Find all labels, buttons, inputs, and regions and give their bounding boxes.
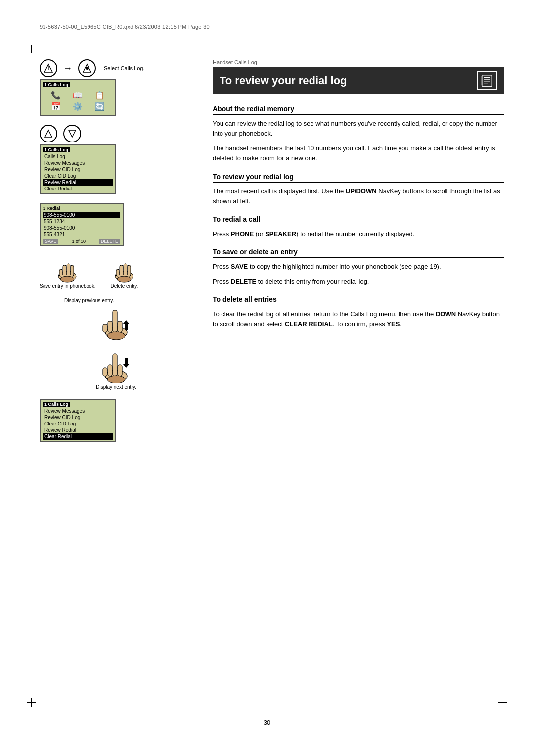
svg-rect-27 bbox=[118, 365, 122, 376]
menu-row-review-cid: Review CID Log bbox=[43, 166, 113, 173]
svg-rect-25 bbox=[113, 354, 117, 376]
icon-phonebook: 📞 bbox=[46, 91, 66, 100]
page-number: 30 bbox=[264, 719, 270, 726]
down-bold: DOWN bbox=[436, 310, 456, 318]
svg-point-23 bbox=[107, 332, 125, 340]
svg-point-3 bbox=[86, 67, 89, 70]
menu2-row-clear-redial-selected: Clear Redial bbox=[43, 433, 113, 440]
delete-bold: DELETE bbox=[231, 278, 256, 285]
svg-point-17 bbox=[117, 276, 131, 282]
menu2-row-review-messages: Review CID Log bbox=[43, 414, 113, 421]
right-column-content: Handset Calls Log To review your redial … bbox=[213, 59, 504, 334]
reg-mark-top-right bbox=[498, 45, 507, 53]
diagram-nav-down: Display next entry. bbox=[40, 349, 193, 390]
icon-calendar: 📅 bbox=[46, 102, 66, 111]
speaker-bold: SPEAKER bbox=[265, 230, 296, 237]
page-title: To review your redial log bbox=[220, 74, 477, 87]
heading-delete-all: To delete all entries bbox=[213, 295, 504, 305]
svg-rect-7 bbox=[63, 265, 66, 276]
diagram-menu-clear-redial: 1 Calls Log Review Messages Review CID L… bbox=[40, 399, 193, 442]
delete-hand-label: Delete entry. bbox=[110, 284, 138, 289]
delete-hand-icon bbox=[111, 255, 138, 283]
save-hand-block: Save entry in phonebook. bbox=[40, 255, 95, 289]
save-hand-icon bbox=[54, 255, 81, 283]
phone-icon-2 bbox=[78, 59, 96, 77]
phone-icon-1 bbox=[40, 59, 57, 77]
svg-point-29 bbox=[107, 376, 125, 383]
notebook-icon bbox=[480, 74, 494, 88]
reg-mark-bottom-left bbox=[27, 698, 36, 707]
arrow-icon: → bbox=[63, 63, 72, 74]
display-prev-label: Display previous entry. bbox=[64, 298, 193, 303]
svg-rect-21 bbox=[118, 321, 122, 332]
heading-redial-call: To redial a call bbox=[213, 215, 504, 225]
save-hand-label: Save entry in phonebook. bbox=[40, 284, 95, 289]
svg-rect-22 bbox=[103, 324, 107, 332]
svg-rect-14 bbox=[124, 264, 127, 276]
reg-mark-bottom-right bbox=[498, 698, 507, 707]
heading-about-redial: About the redial memory bbox=[213, 105, 504, 115]
svg-rect-19 bbox=[113, 310, 117, 332]
svg-rect-13 bbox=[120, 265, 123, 276]
svg-marker-5 bbox=[69, 130, 76, 137]
about-redial-p1: You can review the redial log to see wha… bbox=[213, 119, 504, 139]
svg-rect-30 bbox=[482, 75, 492, 86]
svg-rect-10 bbox=[59, 269, 62, 276]
delete-button-label: DELETE bbox=[99, 239, 120, 244]
heading-review-redial: To review your redial log bbox=[213, 173, 504, 183]
page-title-block: To review your redial log bbox=[213, 67, 504, 94]
title-icon-block bbox=[477, 71, 497, 90]
redial-call-p1: Press PHONE (or SPEAKER) to redial the n… bbox=[213, 229, 504, 239]
nav-up-icon bbox=[99, 305, 134, 340]
redial-entry-4: 555-4321 bbox=[43, 231, 120, 237]
diagram-menu-review-redial: 1 Calls Log Calls Log Review Messages Re… bbox=[40, 125, 193, 194]
nav-circle-down bbox=[63, 125, 81, 142]
delete-all-p1: To clear the redial log of all entries, … bbox=[213, 309, 504, 329]
lcd-menu-clear-redial: 1 Calls Log Review Messages Review CID L… bbox=[40, 399, 116, 442]
diagram-hands: Save entry in phonebook. Delete entry. bbox=[40, 255, 193, 289]
diagram-redial-screen: 1 Redial 908-555-0100 555-1234 908-555-0… bbox=[40, 203, 193, 246]
svg-rect-15 bbox=[128, 265, 131, 276]
menu-row-calls-log: Calls Log bbox=[43, 153, 113, 160]
select-calls-log-label: Select Calls Log. bbox=[104, 65, 145, 71]
menu2-row-calls-log: Review Messages bbox=[43, 408, 113, 414]
svg-rect-16 bbox=[116, 269, 119, 276]
handset-label: Handset Calls Log bbox=[213, 59, 504, 65]
save-bold: SAVE bbox=[231, 263, 248, 270]
save-delete-p1: Press SAVE to copy the highlighted numbe… bbox=[213, 262, 504, 272]
lcd-calls-log-screen-1: 1 Calls Log 📞 📖 📋 📅 ⚙️ 🔄 bbox=[40, 79, 116, 116]
diagram-select-calls-log: → Select Calls Log. 1 Calls Log 📞 📖 bbox=[40, 59, 193, 116]
svg-rect-9 bbox=[71, 265, 74, 276]
delete-hand-block: Delete entry. bbox=[110, 255, 138, 289]
icon-settings: ⚙️ bbox=[68, 102, 88, 111]
redial-entry-1: 908-555-0100 bbox=[43, 212, 120, 218]
svg-rect-20 bbox=[108, 321, 112, 332]
updown-bold: UP/DOWN bbox=[346, 188, 377, 195]
display-next-label: Display next entry. bbox=[40, 384, 193, 390]
redial-entry-3: 908-555-0100 bbox=[43, 225, 120, 231]
yes-bold: YES bbox=[387, 320, 400, 328]
icon-redial: 🔄 bbox=[90, 102, 110, 111]
phone-bold: PHONE bbox=[231, 230, 254, 237]
svg-rect-35 bbox=[481, 76, 483, 86]
about-redial-p2: The handset remembers the last 10 number… bbox=[213, 143, 504, 163]
left-column-diagrams: → Select Calls Log. 1 Calls Log 📞 📖 bbox=[40, 59, 193, 451]
clear-redial-bold: CLEAR REDIAL bbox=[285, 320, 333, 328]
lcd-menu-review-redial: 1 Calls Log Calls Log Review Messages Re… bbox=[40, 144, 116, 194]
redial-entry-2: 555-1234 bbox=[43, 218, 120, 225]
counter-label: 1 of 10 bbox=[72, 239, 86, 244]
icon-book: 📖 bbox=[68, 91, 88, 100]
diagram-nav-up: Display previous entry. bbox=[40, 298, 193, 340]
menu2-row-clear-cid: Review Redial bbox=[43, 427, 113, 433]
review-redial-p1: The most recent call is displayed first.… bbox=[213, 187, 504, 206]
nav-down-icon bbox=[99, 349, 134, 383]
menu2-row-review-cid: Clear CID Log bbox=[43, 421, 113, 427]
svg-rect-8 bbox=[67, 264, 70, 276]
reg-mark-top-left bbox=[27, 45, 36, 53]
lcd-redial-entries: 1 Redial 908-555-0100 555-1234 908-555-0… bbox=[40, 203, 124, 246]
svg-rect-28 bbox=[103, 368, 107, 376]
save-delete-p2: Press DELETE to delete this entry from y… bbox=[213, 277, 504, 286]
menu-row-review-redial-selected: Review Redial bbox=[43, 179, 113, 186]
save-button-label: SAVE bbox=[43, 239, 58, 244]
nav-circle-up bbox=[40, 125, 57, 142]
